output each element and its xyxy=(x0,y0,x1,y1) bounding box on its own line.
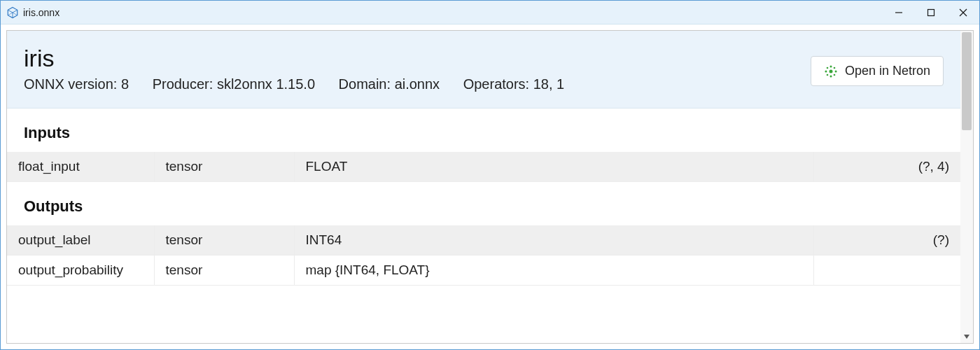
domain-label: Domain: xyxy=(339,76,391,92)
output-name: output_probability xyxy=(7,255,154,286)
svg-point-12 xyxy=(835,70,837,72)
onnx-version-value: 8 xyxy=(121,76,129,92)
outputs-heading: Outputs xyxy=(7,182,960,225)
input-kind: tensor xyxy=(154,152,294,182)
operators-value: 18, 1 xyxy=(533,76,564,92)
netron-icon xyxy=(824,64,838,78)
inputs-table: float_input tensor FLOAT (?, 4) xyxy=(7,152,960,182)
scroll-down-icon[interactable] xyxy=(960,330,973,343)
maximize-button[interactable] xyxy=(915,1,947,24)
svg-point-13 xyxy=(827,66,829,69)
svg-rect-5 xyxy=(928,9,934,15)
table-row: output_probability tensor map {INT64, FL… xyxy=(7,255,960,286)
output-shape xyxy=(813,255,960,286)
output-shape: (?) xyxy=(813,225,960,255)
onnx-version-label: ONNX version: xyxy=(24,76,117,92)
svg-point-9 xyxy=(830,65,832,67)
model-header: iris ONNX version: 8 Producer: skl2onnx … xyxy=(7,31,960,108)
output-kind: tensor xyxy=(154,255,294,286)
output-dtype: map {INT64, FLOAT} xyxy=(294,255,813,286)
model-name: iris xyxy=(24,45,584,72)
inputs-heading: Inputs xyxy=(7,108,960,152)
svg-point-15 xyxy=(827,74,829,76)
open-in-netron-label: Open in Netron xyxy=(845,64,930,78)
close-button[interactable] xyxy=(947,1,979,24)
open-in-netron-button[interactable]: Open in Netron xyxy=(811,56,944,86)
window-title: iris.onnx xyxy=(23,7,59,18)
scrollbar[interactable] xyxy=(960,31,973,343)
input-dtype: FLOAT xyxy=(294,152,813,182)
app-window: iris.onnx iris ONNX version: 8 xyxy=(0,0,980,350)
titlebar: iris.onnx xyxy=(1,1,979,24)
input-shape: (?, 4) xyxy=(813,152,960,182)
svg-point-10 xyxy=(830,75,832,77)
input-name: float_input xyxy=(7,152,154,182)
content: iris ONNX version: 8 Producer: skl2onnx … xyxy=(7,31,960,343)
svg-point-14 xyxy=(834,66,836,69)
client-area: iris ONNX version: 8 Producer: skl2onnx … xyxy=(1,24,979,349)
outputs-table: output_label tensor INT64 (?) output_pro… xyxy=(7,225,960,286)
operators-label: Operators: xyxy=(463,76,529,92)
output-dtype: INT64 xyxy=(294,225,813,255)
producer-label: Producer: xyxy=(153,76,214,92)
app-icon xyxy=(6,6,19,19)
output-kind: tensor xyxy=(154,225,294,255)
svg-line-2 xyxy=(8,13,13,15)
output-name: output_label xyxy=(7,225,154,255)
main-panel: iris ONNX version: 8 Producer: skl2onnx … xyxy=(6,30,974,344)
scroll-thumb[interactable] xyxy=(962,32,972,130)
producer-value: skl2onnx 1.15.0 xyxy=(217,76,315,92)
svg-marker-18 xyxy=(964,335,969,339)
table-row: float_input tensor FLOAT (?, 4) xyxy=(7,152,960,182)
svg-point-11 xyxy=(825,70,827,72)
svg-line-3 xyxy=(13,13,18,15)
domain-value: ai.onnx xyxy=(395,76,440,92)
table-row: output_label tensor INT64 (?) xyxy=(7,225,960,255)
model-meta: ONNX version: 8 Producer: skl2onnx 1.15.… xyxy=(24,76,584,92)
svg-point-16 xyxy=(834,74,836,76)
minimize-button[interactable] xyxy=(883,1,915,24)
svg-point-8 xyxy=(829,69,832,73)
